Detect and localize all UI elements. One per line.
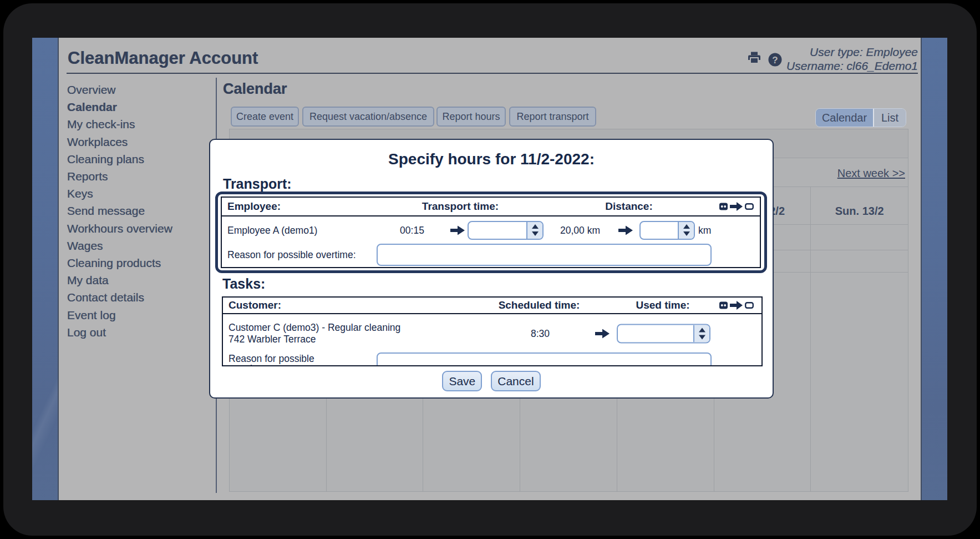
save-button[interactable]: Save xyxy=(442,371,482,391)
header-icons: ? xyxy=(748,51,782,67)
stepper-up-icon[interactable] xyxy=(532,224,539,229)
report-transport-button[interactable]: Report transport xyxy=(509,107,596,127)
page-content: CleanManager Account ? User xyxy=(58,38,922,500)
svg-text:?: ? xyxy=(772,55,778,66)
user-type-label: User type: Employee xyxy=(786,45,918,59)
distance-field xyxy=(639,221,695,240)
task-row: Customer C (demo3) - Regular cleaning 74… xyxy=(223,315,761,352)
arrow-right-icon xyxy=(618,225,633,235)
stepper-down-icon[interactable] xyxy=(683,231,690,236)
report-hours-button[interactable]: Report hours xyxy=(436,107,506,127)
col-distance: Distance: xyxy=(605,200,653,213)
view-toggle: Calendar List xyxy=(815,108,906,127)
task-scheduled-time: 8:30 xyxy=(531,328,550,340)
arrow-right-icon xyxy=(450,225,465,235)
sidebar-item-calendar[interactable]: Calendar xyxy=(67,98,172,115)
sidebar-item-cleaning-products[interactable]: Cleaning products xyxy=(67,254,172,271)
distance-stepper[interactable] xyxy=(678,222,694,239)
tasks-table: Customer: Scheduled time: Used time: xyxy=(222,296,763,366)
dialog-title: Specify hours for 11/2-2022: xyxy=(210,150,773,168)
transport-direction-icon xyxy=(719,202,755,211)
transport-reason-input[interactable] xyxy=(377,244,712,266)
task-customer: Customer C (demo3) - Regular cleaning 74… xyxy=(229,322,400,345)
transport-reason-row: Reason for possible overtime: xyxy=(222,243,760,267)
task-reason-row: Reason for possible overtime: xyxy=(223,352,761,366)
used-time-field xyxy=(617,324,710,344)
col-used-time: Used time: xyxy=(636,299,689,311)
sidebar-item-keys[interactable]: Keys xyxy=(67,185,172,202)
sidebar-item-reports[interactable]: Reports xyxy=(67,168,172,185)
used-time-input[interactable] xyxy=(618,325,693,342)
sidebar-item-cleaning-plans[interactable]: Cleaning plans xyxy=(67,150,172,168)
col-employee: Employee: xyxy=(227,200,281,213)
background-strip-right xyxy=(922,38,947,500)
cancel-button[interactable]: Cancel xyxy=(491,371,540,391)
transport-time-stepper[interactable] xyxy=(526,222,542,239)
content-right-edge xyxy=(921,38,922,500)
user-info: User type: Employee Username: cl66_Edemo… xyxy=(786,45,918,73)
task-customer-line2: 742 Warbler Terrace xyxy=(229,334,316,345)
sidebar-item-workhours-overview[interactable]: Workhours overview xyxy=(67,220,172,237)
view-toggle-calendar[interactable]: Calendar xyxy=(816,109,874,127)
sidebar-item-my-data[interactable]: My data xyxy=(67,271,172,289)
task-reason-label: Reason for possible overtime: xyxy=(229,354,339,366)
background-strip-left xyxy=(32,38,58,500)
col-customer: Customer: xyxy=(229,299,281,311)
col-transport-time: Transport time: xyxy=(422,200,499,213)
request-vacation-button[interactable]: Request vacation/absence xyxy=(302,107,434,127)
transport-table-header: Employee: Transport time: Distance: xyxy=(222,198,760,216)
task-customer-line1: Customer C (demo3) - Regular cleaning xyxy=(229,322,400,333)
transport-reason-label: Reason for possible overtime: xyxy=(227,249,356,261)
stepper-down-icon[interactable] xyxy=(532,231,539,236)
stepper-down-icon[interactable] xyxy=(699,335,705,340)
sidebar-item-log-out[interactable]: Log out xyxy=(67,324,172,341)
transport-time-input[interactable] xyxy=(469,222,526,239)
distance-input[interactable] xyxy=(641,222,678,239)
sidebar-item-send-message[interactable]: Send message xyxy=(67,202,172,219)
sidebar-item-event-log[interactable]: Event log xyxy=(67,306,172,324)
day-header-sun: Sun. 13/2 xyxy=(811,187,908,224)
help-icon[interactable]: ? xyxy=(768,53,782,67)
sidebar-item-wages[interactable]: Wages xyxy=(67,237,172,254)
next-week-link[interactable]: Next week >> xyxy=(837,167,905,180)
planned-transport-time: 00:15 xyxy=(400,224,424,236)
sidebar-nav: Overview Calendar My check-ins Workplace… xyxy=(67,81,172,341)
arrow-right-icon xyxy=(595,329,610,339)
transport-time-field xyxy=(468,221,544,240)
task-direction-icon xyxy=(719,300,755,310)
dialog-buttons: Save Cancel xyxy=(210,371,773,391)
sidebar-item-my-check-ins[interactable]: My check-ins xyxy=(67,115,172,133)
specify-hours-dialog: Specify hours for 11/2-2022: Transport: … xyxy=(209,139,774,399)
view-toggle-list[interactable]: List xyxy=(874,109,906,127)
header-divider xyxy=(67,73,918,74)
username-label: Username: cl66_Edemo1 xyxy=(786,59,918,73)
sidebar-item-contact-details[interactable]: Contact details xyxy=(67,289,172,306)
col-scheduled-time: Scheduled time: xyxy=(499,299,580,311)
tasks-table-header: Customer: Scheduled time: Used time: xyxy=(223,298,761,314)
used-time-stepper[interactable] xyxy=(693,325,709,342)
transport-section-heading: Transport: xyxy=(223,176,292,192)
content-left-edge xyxy=(58,38,59,500)
transport-table: Employee: Transport time: Distance: xyxy=(221,197,761,268)
app-window: CleanManager Account ? User xyxy=(32,38,947,500)
stepper-up-icon[interactable] xyxy=(683,224,690,229)
task-reason-input[interactable] xyxy=(377,352,712,366)
page-title: Calendar xyxy=(223,80,287,98)
employee-name: Employee A (demo1) xyxy=(227,224,317,236)
transport-row: Employee A (demo1) 00:15 20,00 xyxy=(222,218,760,243)
distance-unit-label: km xyxy=(698,224,711,236)
tasks-section-heading: Tasks: xyxy=(222,276,265,292)
planned-distance: 20,00 km xyxy=(560,224,600,236)
app-title: CleanManager Account xyxy=(68,48,258,68)
stepper-up-icon[interactable] xyxy=(699,328,705,333)
create-event-button[interactable]: Create event xyxy=(231,107,299,127)
sidebar-item-overview[interactable]: Overview xyxy=(67,81,172,98)
sidebar-item-workplaces[interactable]: Workplaces xyxy=(67,133,172,150)
device-frame: CleanManager Account ? User xyxy=(3,3,977,536)
print-icon[interactable] xyxy=(748,51,761,67)
